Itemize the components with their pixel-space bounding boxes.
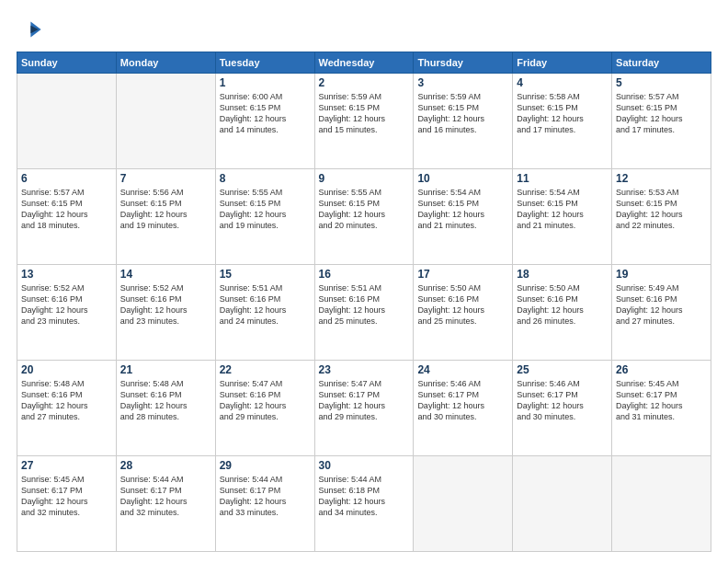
calendar-cell: 24Sunrise: 5:46 AM Sunset: 6:17 PM Dayli… (414, 361, 513, 456)
cell-content: Sunrise: 5:44 AM Sunset: 6:17 PM Dayligh… (220, 474, 311, 519)
cell-content: Sunrise: 5:56 AM Sunset: 6:15 PM Dayligh… (120, 187, 211, 232)
day-number: 15 (220, 268, 311, 281)
day-number: 17 (417, 268, 508, 281)
cell-content: Sunrise: 5:46 AM Sunset: 6:17 PM Dayligh… (417, 378, 508, 423)
day-number: 2 (319, 76, 410, 89)
day-number: 23 (319, 363, 410, 376)
day-number: 26 (616, 363, 707, 376)
day-number: 28 (120, 459, 211, 472)
calendar-cell: 4Sunrise: 5:58 AM Sunset: 6:15 PM Daylig… (513, 74, 612, 169)
calendar-cell: 6Sunrise: 5:57 AM Sunset: 6:15 PM Daylig… (17, 169, 117, 265)
header-wednesday: Wednesday (314, 52, 414, 74)
calendar-cell (612, 456, 711, 552)
header (17, 17, 711, 42)
cell-content: Sunrise: 5:45 AM Sunset: 6:17 PM Dayligh… (21, 474, 112, 519)
day-number: 18 (517, 268, 608, 281)
calendar-cell: 3Sunrise: 5:59 AM Sunset: 6:15 PM Daylig… (414, 74, 513, 169)
calendar-cell: 14Sunrise: 5:52 AM Sunset: 6:16 PM Dayli… (116, 265, 215, 361)
day-number: 14 (120, 268, 211, 281)
calendar-cell: 7Sunrise: 5:56 AM Sunset: 6:15 PM Daylig… (116, 169, 215, 265)
day-number: 27 (21, 459, 112, 472)
day-number: 10 (417, 172, 508, 185)
week-row-1: 6Sunrise: 5:57 AM Sunset: 6:15 PM Daylig… (17, 169, 711, 265)
calendar-cell (116, 74, 215, 169)
calendar-cell: 18Sunrise: 5:50 AM Sunset: 6:16 PM Dayli… (513, 265, 612, 361)
calendar-cell: 1Sunrise: 6:00 AM Sunset: 6:15 PM Daylig… (215, 74, 314, 169)
calendar-cell: 27Sunrise: 5:45 AM Sunset: 6:17 PM Dayli… (17, 456, 117, 552)
cell-content: Sunrise: 5:59 AM Sunset: 6:15 PM Dayligh… (319, 91, 410, 136)
cell-content: Sunrise: 5:50 AM Sunset: 6:16 PM Dayligh… (417, 282, 508, 327)
cell-content: Sunrise: 5:44 AM Sunset: 6:17 PM Dayligh… (120, 474, 211, 519)
cell-content: Sunrise: 5:59 AM Sunset: 6:15 PM Dayligh… (417, 91, 508, 136)
calendar-cell: 11Sunrise: 5:54 AM Sunset: 6:15 PM Dayli… (513, 169, 612, 265)
header-monday: Monday (116, 52, 215, 74)
calendar-cell (17, 74, 117, 169)
cell-content: Sunrise: 5:52 AM Sunset: 6:16 PM Dayligh… (21, 282, 112, 327)
calendar-header-row: SundayMondayTuesdayWednesdayThursdayFrid… (17, 52, 711, 74)
calendar-cell: 30Sunrise: 5:44 AM Sunset: 6:18 PM Dayli… (314, 456, 414, 552)
week-row-4: 27Sunrise: 5:45 AM Sunset: 6:17 PM Dayli… (17, 456, 711, 552)
week-row-2: 13Sunrise: 5:52 AM Sunset: 6:16 PM Dayli… (17, 265, 711, 361)
day-number: 11 (517, 172, 608, 185)
calendar-cell: 17Sunrise: 5:50 AM Sunset: 6:16 PM Dayli… (414, 265, 513, 361)
cell-content: Sunrise: 5:44 AM Sunset: 6:18 PM Dayligh… (319, 474, 410, 519)
calendar-cell: 28Sunrise: 5:44 AM Sunset: 6:17 PM Dayli… (116, 456, 215, 552)
calendar-cell: 25Sunrise: 5:46 AM Sunset: 6:17 PM Dayli… (513, 361, 612, 456)
cell-content: Sunrise: 5:48 AM Sunset: 6:16 PM Dayligh… (21, 378, 112, 423)
day-number: 12 (616, 172, 707, 185)
day-number: 9 (319, 172, 410, 185)
cell-content: Sunrise: 5:51 AM Sunset: 6:16 PM Dayligh… (220, 282, 311, 327)
cell-content: Sunrise: 5:50 AM Sunset: 6:16 PM Dayligh… (517, 282, 608, 327)
cell-content: Sunrise: 5:55 AM Sunset: 6:15 PM Dayligh… (319, 187, 410, 232)
cell-content: Sunrise: 5:45 AM Sunset: 6:17 PM Dayligh… (616, 378, 707, 423)
calendar-cell: 16Sunrise: 5:51 AM Sunset: 6:16 PM Dayli… (314, 265, 414, 361)
calendar-cell: 26Sunrise: 5:45 AM Sunset: 6:17 PM Dayli… (612, 361, 711, 456)
day-number: 6 (21, 172, 112, 185)
calendar-cell: 8Sunrise: 5:55 AM Sunset: 6:15 PM Daylig… (215, 169, 314, 265)
header-sunday: Sunday (17, 52, 117, 74)
day-number: 16 (319, 268, 410, 281)
week-row-3: 20Sunrise: 5:48 AM Sunset: 6:16 PM Dayli… (17, 361, 711, 456)
header-friday: Friday (513, 52, 612, 74)
cell-content: Sunrise: 5:47 AM Sunset: 6:16 PM Dayligh… (220, 378, 311, 423)
header-saturday: Saturday (612, 52, 711, 74)
header-thursday: Thursday (414, 52, 513, 74)
day-number: 8 (220, 172, 311, 185)
day-number: 30 (319, 459, 410, 472)
calendar-cell: 10Sunrise: 5:54 AM Sunset: 6:15 PM Dayli… (414, 169, 513, 265)
calendar-cell: 12Sunrise: 5:53 AM Sunset: 6:15 PM Dayli… (612, 169, 711, 265)
header-tuesday: Tuesday (215, 52, 314, 74)
cell-content: Sunrise: 5:51 AM Sunset: 6:16 PM Dayligh… (319, 282, 410, 327)
cell-content: Sunrise: 5:57 AM Sunset: 6:15 PM Dayligh… (21, 187, 112, 232)
calendar-cell: 19Sunrise: 5:49 AM Sunset: 6:16 PM Dayli… (612, 265, 711, 361)
day-number: 5 (616, 76, 707, 89)
cell-content: Sunrise: 5:49 AM Sunset: 6:16 PM Dayligh… (616, 282, 707, 327)
day-number: 29 (220, 459, 311, 472)
cell-content: Sunrise: 5:54 AM Sunset: 6:15 PM Dayligh… (417, 187, 508, 232)
calendar-table: SundayMondayTuesdayWednesdayThursdayFrid… (17, 52, 711, 552)
day-number: 20 (21, 363, 112, 376)
cell-content: Sunrise: 5:48 AM Sunset: 6:16 PM Dayligh… (120, 378, 211, 423)
cell-content: Sunrise: 5:52 AM Sunset: 6:16 PM Dayligh… (120, 282, 211, 327)
day-number: 7 (120, 172, 211, 185)
day-number: 21 (120, 363, 211, 376)
calendar-cell (414, 456, 513, 552)
calendar-cell: 22Sunrise: 5:47 AM Sunset: 6:16 PM Dayli… (215, 361, 314, 456)
logo-icon (17, 17, 42, 42)
logo (17, 17, 46, 42)
page: SundayMondayTuesdayWednesdayThursdayFrid… (0, 0, 728, 563)
calendar-cell: 9Sunrise: 5:55 AM Sunset: 6:15 PM Daylig… (314, 169, 414, 265)
cell-content: Sunrise: 5:47 AM Sunset: 6:17 PM Dayligh… (319, 378, 410, 423)
cell-content: Sunrise: 5:55 AM Sunset: 6:15 PM Dayligh… (220, 187, 311, 232)
day-number: 13 (21, 268, 112, 281)
day-number: 25 (517, 363, 608, 376)
cell-content: Sunrise: 6:00 AM Sunset: 6:15 PM Dayligh… (220, 91, 311, 136)
calendar-cell: 23Sunrise: 5:47 AM Sunset: 6:17 PM Dayli… (314, 361, 414, 456)
day-number: 22 (220, 363, 311, 376)
day-number: 19 (616, 268, 707, 281)
cell-content: Sunrise: 5:53 AM Sunset: 6:15 PM Dayligh… (616, 187, 707, 232)
day-number: 1 (220, 76, 311, 89)
calendar-cell: 15Sunrise: 5:51 AM Sunset: 6:16 PM Dayli… (215, 265, 314, 361)
cell-content: Sunrise: 5:58 AM Sunset: 6:15 PM Dayligh… (517, 91, 608, 136)
calendar-cell: 20Sunrise: 5:48 AM Sunset: 6:16 PM Dayli… (17, 361, 117, 456)
